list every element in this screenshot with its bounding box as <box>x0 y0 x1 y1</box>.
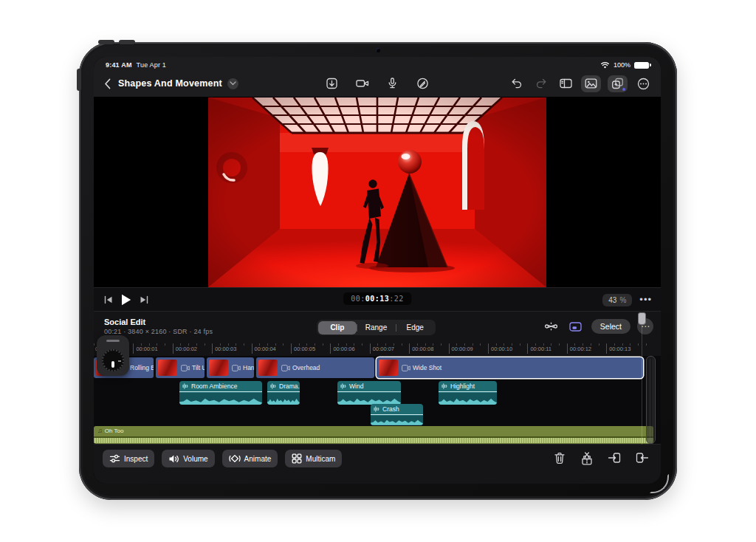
viewer-more-icon[interactable]: ••• <box>639 296 652 303</box>
jog-dial[interactable] <box>102 349 124 371</box>
skip-forward-icon[interactable] <box>140 295 148 304</box>
ruler-label: 00:00:01 <box>136 346 157 352</box>
status-bar: 9:41 AMTue Apr 1 100% <box>94 57 661 70</box>
overlay-icon[interactable] <box>567 318 585 335</box>
clip-label: Room Ambience <box>191 383 237 390</box>
clip-thumbnail <box>379 360 398 376</box>
timecode-main: 00:13 <box>365 295 390 303</box>
play-icon[interactable] <box>121 294 131 306</box>
volume-button[interactable]: Volume <box>162 450 214 467</box>
status-date: Tue Apr 1 <box>137 61 167 69</box>
audio-clip-drama-[interactable]: Drama... <box>267 381 300 405</box>
project-title[interactable]: Shapes And Movement <box>118 78 222 89</box>
video-clip-overhead[interactable]: Overhead <box>256 357 374 378</box>
more-icon[interactable] <box>634 75 652 92</box>
multicam-button[interactable]: Multicam <box>285 450 342 467</box>
animate-button[interactable]: Animate <box>222 450 278 467</box>
audio-waveform-icon <box>270 383 277 390</box>
audio-clip-wind[interactable]: Wind <box>337 381 401 405</box>
ruler-label: 00:00:07 <box>373 346 394 352</box>
clip-label: Oh Too <box>105 428 124 434</box>
audio-waveform-icon <box>441 383 448 390</box>
viewer-area <box>94 97 661 287</box>
audio-clip-crash[interactable]: Crash <box>371 404 423 425</box>
edit-mode-segmented-control[interactable]: ClipRangeEdge <box>317 320 436 335</box>
zoom-value: 43 <box>608 296 616 304</box>
animate-icon <box>229 453 241 464</box>
audio-track-1: Room AmbienceDrama...WindHighlight <box>94 381 653 405</box>
timeline-tracks: Rolling BallTilt UpHandsOverheadWide Sho… <box>94 356 661 445</box>
volume-up-button <box>98 40 114 44</box>
ruler-label: 00:00:12 <box>570 346 591 352</box>
overwrite-icon[interactable] <box>633 450 650 466</box>
button-label: Volume <box>183 455 207 463</box>
jog-dash <box>118 360 121 362</box>
music-waveform <box>94 436 653 443</box>
button-label: Inspect <box>124 455 148 463</box>
clip-thumbnail <box>209 360 228 376</box>
segment-clip[interactable]: Clip <box>318 321 357 335</box>
insert-media-icon[interactable] <box>605 450 623 466</box>
split-clip-icon[interactable] <box>578 450 596 466</box>
inspect-icon <box>109 453 120 464</box>
timecode-display[interactable]: 00:00:13:22 <box>343 292 411 305</box>
trash-icon[interactable] <box>551 450 568 466</box>
browser-icon[interactable] <box>557 75 574 92</box>
jog-wheel[interactable] <box>97 335 129 376</box>
undo-icon[interactable] <box>508 75 526 92</box>
clip-label: Drama... <box>279 383 300 390</box>
ruler-label: 00:00:09 <box>452 346 473 352</box>
jog-drag-handle[interactable] <box>106 340 120 342</box>
audio-clip-room-ambience[interactable]: Room Ambience <box>179 381 262 405</box>
clip-label: Tilt Up <box>192 364 205 371</box>
timeline-ruler[interactable]: 00:0000:00:0100:00:0200:00:0300:00:0400:… <box>94 341 653 356</box>
zoom-unit: % <box>619 296 626 304</box>
viewer-zoom-button[interactable]: 43% <box>602 294 632 306</box>
video-clip-tilt-up[interactable]: Tilt Up <box>156 357 205 378</box>
segment-range[interactable]: Range <box>357 321 396 335</box>
battery-icon <box>634 62 649 69</box>
app-toolbar: Shapes And Movement <box>94 70 661 97</box>
ruler-label: 00:00:04 <box>255 346 276 352</box>
playhead-handle[interactable] <box>638 312 646 325</box>
media-icon[interactable] <box>581 75 601 92</box>
camera-icon[interactable] <box>354 75 371 92</box>
back-button[interactable] <box>104 78 111 89</box>
audio-waveform <box>267 393 300 405</box>
ruler-label: 00:00:08 <box>412 346 433 352</box>
mic-icon[interactable] <box>384 75 402 92</box>
audio-track-2: Crash <box>94 404 653 425</box>
skip-back-icon[interactable] <box>104 295 113 304</box>
ruler-label: 00:00:06 <box>333 346 354 352</box>
clip-label: Crash <box>382 405 399 413</box>
volume-icon <box>168 454 179 464</box>
timeline-project-meta: 00:21 · 3840 × 2160 · SDR · 24 fps <box>104 328 213 335</box>
screen: 9:41 AMTue Apr 1 100% Shapes And Movem <box>94 57 661 484</box>
redo-icon[interactable] <box>532 75 550 92</box>
music-clip-oh-too[interactable]: ♫Oh Too <box>94 426 653 444</box>
viewer-video[interactable] <box>208 97 546 287</box>
playhead-line <box>642 325 642 445</box>
segment-edge[interactable]: Edge <box>396 321 435 335</box>
select-button[interactable]: Select <box>591 319 630 334</box>
audio-clip-highlight[interactable]: Highlight <box>439 381 497 405</box>
cut-icon[interactable] <box>543 318 560 335</box>
status-datetime: 9:41 AMTue Apr 1 <box>106 61 166 69</box>
timecode-frames: :22 <box>389 295 404 303</box>
inspect-button[interactable]: Inspect <box>103 450 154 467</box>
pencil-icon[interactable] <box>414 75 432 92</box>
effects-icon[interactable] <box>608 75 628 92</box>
top-chrome: 9:41 AMTue Apr 1 100% Shapes And Movem <box>94 57 661 97</box>
audio-waveform-icon <box>182 383 189 390</box>
clip-label: Overhead <box>292 364 320 371</box>
multicam-icon <box>292 453 302 464</box>
timeline-vertical-scrollbar[interactable] <box>646 356 656 444</box>
video-clip-hands[interactable]: Hands <box>207 357 254 378</box>
video-clip-wide-shot[interactable]: Wide Shot <box>377 357 643 378</box>
video-track: Rolling BallTilt UpHandsOverheadWide Sho… <box>94 357 653 378</box>
timecode-hours: 00: <box>351 295 365 303</box>
volume-down-button <box>119 40 135 44</box>
timeline-header: Social Edit 00:21 · 3840 × 2160 · SDR · … <box>94 316 661 341</box>
chevron-down-icon[interactable] <box>227 78 238 89</box>
import-icon[interactable] <box>323 75 341 92</box>
